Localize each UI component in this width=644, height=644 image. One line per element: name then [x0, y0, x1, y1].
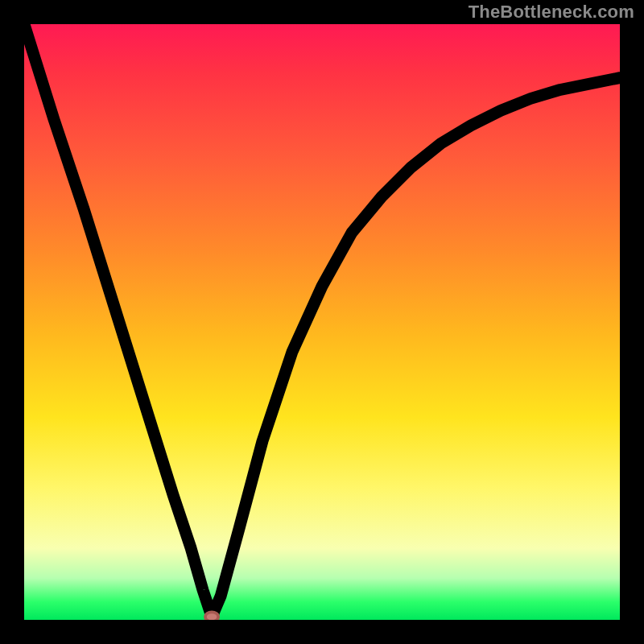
- watermark-text: TheBottleneck.com: [469, 2, 634, 23]
- chart-frame: TheBottleneck.com: [0, 0, 644, 644]
- plot-area: [24, 24, 620, 620]
- bottleneck-curve: [24, 24, 620, 617]
- dip-marker: [205, 612, 218, 620]
- curve-layer: [24, 24, 620, 620]
